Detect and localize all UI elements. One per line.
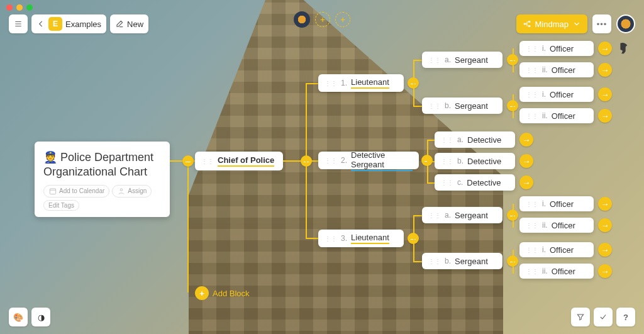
done-button[interactable]	[594, 308, 613, 326]
expand-button[interactable]: →	[598, 63, 612, 77]
edge	[513, 204, 514, 228]
plus-icon: +	[195, 286, 209, 300]
moon-icon: ◑	[38, 313, 45, 322]
drag-handle-icon[interactable]: ⋮⋮	[441, 158, 453, 165]
edge	[187, 160, 189, 292]
filter-icon	[576, 313, 585, 321]
expand-button[interactable]: →	[598, 87, 612, 101]
node-sergeant[interactable]: ⋮⋮b.Sergeant	[422, 97, 502, 114]
drag-handle-icon[interactable]: ⋮⋮	[325, 235, 337, 242]
node-officer[interactable]: ⋮⋮ii.Officer	[519, 218, 594, 233]
node-officer[interactable]: ⋮⋮i.Officer	[519, 242, 594, 257]
question-icon: ?	[623, 313, 628, 322]
drag-handle-icon[interactable]: ⋮⋮	[526, 247, 538, 253]
drag-handle-icon[interactable]: ⋮⋮	[428, 258, 441, 265]
add-block-button[interactable]: + Add Block	[195, 286, 250, 300]
help-button[interactable]: ?	[616, 308, 635, 326]
drag-handle-icon[interactable]: ⋮⋮	[325, 157, 337, 164]
drag-handle-icon[interactable]: ⋮⋮	[441, 179, 453, 186]
spartan-helmet-icon	[616, 42, 630, 55]
edge	[413, 261, 422, 262]
node-sergeant[interactable]: ⋮⋮a.Sergeant	[422, 52, 502, 68]
expand-button[interactable]: →	[519, 175, 533, 189]
node-detective[interactable]: ⋮⋮b.Detective	[435, 153, 515, 169]
node-officer[interactable]: ⋮⋮i.Officer	[519, 196, 594, 211]
drag-handle-icon[interactable]: ⋮⋮	[428, 57, 441, 64]
expand-button[interactable]: →	[598, 243, 612, 257]
theme-button[interactable]: 🎨	[9, 308, 28, 326]
expand-button[interactable]: →	[598, 264, 612, 278]
expand-button[interactable]: →	[519, 133, 533, 147]
drag-handle-icon[interactable]: ⋮⋮	[526, 67, 538, 74]
edge	[306, 238, 318, 239]
node-lieutenant-1[interactable]: ⋮⋮ 1. Lieutenant	[318, 74, 404, 92]
collapse-toggle[interactable]: –	[182, 155, 194, 167]
edge	[513, 48, 514, 72]
node-officer[interactable]: ⋮⋮i.Officer	[519, 87, 594, 102]
expand-button[interactable]: →	[598, 218, 612, 232]
drag-handle-icon[interactable]: ⋮⋮	[526, 201, 538, 208]
filter-button[interactable]	[571, 308, 590, 326]
node-officer[interactable]: ⋮⋮i.Officer	[519, 41, 594, 56]
edge	[306, 160, 318, 162]
expand-button[interactable]: →	[598, 109, 612, 123]
drag-handle-icon[interactable]: ⋮⋮	[526, 222, 538, 229]
edge	[306, 83, 318, 84]
edge	[427, 161, 435, 162]
drag-handle-icon[interactable]: ⋮⋮	[441, 136, 453, 143]
node-detective[interactable]: ⋮⋮a.Detective	[435, 131, 515, 148]
expand-button[interactable]: →	[519, 154, 533, 168]
node-sergeant[interactable]: ⋮⋮a.Sergeant	[422, 207, 502, 223]
drag-handle-icon[interactable]: ⋮⋮	[201, 158, 214, 165]
edge	[413, 60, 422, 61]
expand-button[interactable]: →	[598, 197, 612, 211]
drag-handle-icon[interactable]: ⋮⋮	[325, 80, 337, 87]
edge	[413, 215, 414, 262]
node-detective[interactable]: ⋮⋮c.Detective	[435, 174, 515, 191]
edge	[413, 106, 422, 107]
add-block-label: Add Block	[213, 289, 250, 298]
drag-handle-icon[interactable]: ⋮⋮	[526, 268, 538, 275]
dark-mode-button[interactable]: ◑	[31, 308, 50, 326]
edge	[413, 60, 414, 107]
node-officer[interactable]: ⋮⋮ii.Officer	[519, 108, 594, 123]
node-lieutenant-3[interactable]: ⋮⋮ 3. Lieutenant	[318, 230, 404, 247]
node-officer[interactable]: ⋮⋮ii.Officer	[519, 62, 594, 77]
node-sergeant[interactable]: ⋮⋮b.Sergeant	[422, 253, 502, 269]
edge	[427, 182, 435, 184]
drag-handle-icon[interactable]: ⋮⋮	[526, 45, 538, 52]
node-officer[interactable]: ⋮⋮ii.Officer	[519, 264, 594, 279]
drag-handle-icon[interactable]: ⋮⋮	[526, 113, 538, 120]
edge	[427, 140, 435, 141]
edge	[513, 250, 514, 274]
edge	[513, 94, 514, 118]
drag-handle-icon[interactable]: ⋮⋮	[428, 103, 441, 109]
check-icon	[599, 313, 608, 321]
node-detective-sergeant[interactable]: ⋮⋮ 2. Detective Sergeant	[318, 152, 419, 169]
drag-handle-icon[interactable]: ⋮⋮	[428, 212, 441, 219]
expand-button[interactable]: →	[598, 42, 612, 55]
palette-icon: 🎨	[13, 313, 23, 322]
mindmap-canvas[interactable]: – ⋮⋮ Chief of Police – ⋮⋮ 1. Lieutenant …	[0, 0, 644, 334]
edge	[413, 215, 422, 216]
drag-handle-icon[interactable]: ⋮⋮	[526, 91, 538, 98]
node-chief-of-police[interactable]: ⋮⋮ Chief of Police	[195, 152, 283, 170]
